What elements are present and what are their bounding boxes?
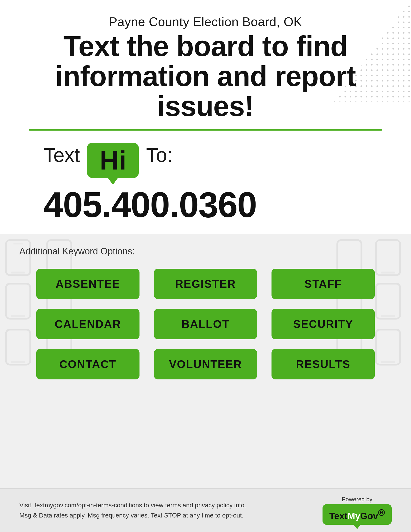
textmygov-logo: TextMyGov® (323, 504, 392, 525)
volunteer-button[interactable]: VOLUNTEER (154, 349, 257, 380)
powered-by-block: Powered by TextMyGov® (323, 496, 392, 525)
powered-by-label: Powered by (342, 496, 373, 503)
footer: Visit: textmygov.com/opt-in-terms-condit… (0, 488, 411, 532)
absentee-button[interactable]: ABSENTEE (36, 269, 140, 299)
subtitle: Payne County Election Board, OK (19, 15, 392, 29)
ballot-button[interactable]: BALLOT (154, 309, 257, 339)
green-divider (29, 129, 382, 131)
calendar-button[interactable]: CALENDAR (36, 309, 140, 339)
svg-rect-3 (6, 240, 30, 275)
hi-word: Hi (100, 145, 126, 175)
svg-rect-5 (13, 243, 23, 245)
text-hi-row: Text Hi To: (19, 143, 392, 178)
svg-rect-15 (381, 315, 395, 317)
security-button[interactable]: SECURITY (271, 309, 375, 339)
svg-rect-20 (6, 330, 30, 365)
keyword-section-label: Additional Keyword Options: (19, 246, 392, 256)
logo-text: TextMyGov® (329, 508, 385, 521)
footer-line1: Visit: textmygov.com/opt-in-terms-condit… (19, 500, 246, 511)
top-section: Payne County Election Board, OK Text the… (0, 0, 411, 234)
svg-rect-26 (376, 330, 400, 365)
text-label: Text (44, 143, 80, 165)
contact-button[interactable]: CONTACT (36, 349, 140, 380)
keyword-grid: ABSENTEE REGISTER STAFF CALENDAR BALLOT … (36, 269, 375, 380)
results-button[interactable]: RESULTS (271, 349, 375, 380)
bottom-section: Additional Keyword Options: ABSENTEE REG… (0, 234, 411, 488)
footer-text-block: Visit: textmygov.com/opt-in-terms-condit… (19, 500, 246, 520)
svg-rect-27 (381, 361, 395, 363)
svg-rect-14 (376, 284, 400, 319)
to-label: To: (146, 143, 172, 165)
hi-bubble: Hi (87, 143, 139, 178)
svg-rect-11 (381, 272, 395, 274)
footer-line2: Msg & Data rates apply. Msg frequency va… (19, 511, 246, 521)
page-wrapper: Payne County Election Board, OK Text the… (0, 0, 411, 532)
svg-rect-12 (6, 284, 30, 319)
svg-rect-13 (11, 315, 25, 317)
svg-rect-21 (11, 361, 25, 363)
svg-rect-4 (11, 272, 25, 274)
register-button[interactable]: REGISTER (154, 269, 257, 299)
svg-rect-10 (376, 240, 400, 275)
phone-number: 405.400.0360 (19, 178, 392, 225)
staff-button[interactable]: STAFF (271, 269, 375, 299)
main-headline: Text the board to find information and r… (19, 31, 392, 121)
